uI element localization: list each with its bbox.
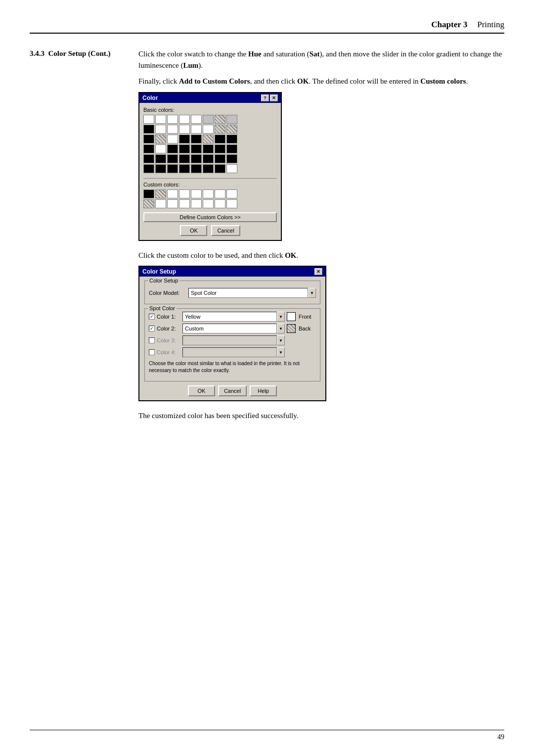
color-cell[interactable] xyxy=(203,125,214,134)
page-number: 49 xyxy=(497,733,504,741)
color-model-select[interactable]: Spot Color xyxy=(188,288,308,298)
color-cell[interactable] xyxy=(191,164,202,173)
color-1-select[interactable]: Yellow xyxy=(182,312,277,322)
color-1-checkbox[interactable]: ✓ xyxy=(149,314,155,320)
color-cell[interactable] xyxy=(226,135,237,143)
color-cell[interactable] xyxy=(179,125,190,134)
color-cell[interactable] xyxy=(215,164,225,173)
color-setup-button-row: OK Cancel Help xyxy=(144,385,320,396)
custom-color-cell[interactable] xyxy=(215,189,225,198)
color-cell[interactable] xyxy=(215,115,225,124)
color-cell[interactable] xyxy=(179,135,190,143)
custom-color-cell[interactable] xyxy=(155,189,166,198)
color-cell[interactable] xyxy=(155,154,166,163)
spot-color-group: Spot Color ✓ Color 1: Yellow ▼ xyxy=(144,308,320,381)
color-cell[interactable] xyxy=(143,144,154,153)
custom-color-cell[interactable] xyxy=(226,199,237,208)
color-3-checkbox-label: Color 3: xyxy=(149,337,182,343)
color-cell[interactable] xyxy=(143,154,154,163)
color-4-checkbox-label: Color 4: xyxy=(149,349,182,355)
color-cell[interactable] xyxy=(203,135,214,143)
color-cell[interactable] xyxy=(191,125,202,134)
color-cell[interactable] xyxy=(179,144,190,153)
color-cell[interactable] xyxy=(143,135,154,143)
color-1-swatch xyxy=(287,312,296,321)
custom-color-cell[interactable] xyxy=(155,199,166,208)
help-button[interactable]: Help xyxy=(250,385,277,396)
color-2-checkbox[interactable]: ✓ xyxy=(149,326,155,331)
color-3-row: Color 3: ▼ xyxy=(149,335,316,345)
color-cell[interactable] xyxy=(203,164,214,173)
color-cell[interactable] xyxy=(143,125,154,134)
custom-color-cell[interactable] xyxy=(203,189,214,198)
color-cell[interactable] xyxy=(226,164,237,173)
custom-color-cell[interactable] xyxy=(203,199,214,208)
cancel-button[interactable]: Cancel xyxy=(218,385,247,396)
custom-color-cell[interactable] xyxy=(167,199,178,208)
color-cell[interactable] xyxy=(155,164,166,173)
color-cell[interactable] xyxy=(155,125,166,134)
custom-color-cell[interactable] xyxy=(179,189,190,198)
color-cell[interactable] xyxy=(203,144,214,153)
color-cell[interactable] xyxy=(179,154,190,163)
color-cell[interactable] xyxy=(167,135,178,143)
color-cell[interactable] xyxy=(155,115,166,124)
define-custom-colors-button[interactable]: Define Custom Colors >> xyxy=(143,212,277,222)
basic-colors-grid xyxy=(143,115,277,173)
color-cell[interactable] xyxy=(203,115,214,124)
custom-color-cell[interactable] xyxy=(167,189,178,198)
ok-button[interactable]: OK xyxy=(188,385,215,396)
color-cell[interactable] xyxy=(143,164,154,173)
color-cell[interactable] xyxy=(167,144,178,153)
color-4-row: Color 4: ▼ xyxy=(149,347,316,357)
custom-color-cell[interactable] xyxy=(143,189,154,198)
custom-color-cell[interactable] xyxy=(191,189,202,198)
cancel-button[interactable]: Cancel xyxy=(211,225,240,236)
color-1-checkbox-label: ✓ Color 1: xyxy=(149,314,182,320)
color-2-checkbox-label: ✓ Color 2: xyxy=(149,326,182,331)
color-cell[interactable] xyxy=(155,135,166,143)
color-cell[interactable] xyxy=(191,115,202,124)
help-button[interactable]: ? xyxy=(261,94,269,101)
color-cell[interactable] xyxy=(215,135,225,143)
color-4-checkbox[interactable] xyxy=(149,349,155,355)
custom-color-cell[interactable] xyxy=(143,199,154,208)
color-2-select[interactable]: Custom xyxy=(182,324,277,333)
color-cell[interactable] xyxy=(226,144,237,153)
color-cell[interactable] xyxy=(226,125,237,134)
color-cell[interactable] xyxy=(215,125,225,134)
color-cell[interactable] xyxy=(215,144,225,153)
color-cell[interactable] xyxy=(143,115,154,124)
custom-color-cell[interactable] xyxy=(215,199,225,208)
intro-paragraph-2: Finally, click Add to Custom Colors, and… xyxy=(138,76,504,87)
color-cell[interactable] xyxy=(167,115,178,124)
color-cell[interactable] xyxy=(155,144,166,153)
custom-color-cell[interactable] xyxy=(179,199,190,208)
color-cell[interactable] xyxy=(191,144,202,153)
color-cell[interactable] xyxy=(203,154,214,163)
color-cell[interactable] xyxy=(215,154,225,163)
color-1-dropdown-arrow[interactable]: ▼ xyxy=(277,312,285,322)
custom-color-cell[interactable] xyxy=(191,199,202,208)
color-dialog-titlebar: Color ? ✕ xyxy=(139,93,281,103)
color-cell[interactable] xyxy=(191,135,202,143)
color-cell[interactable] xyxy=(226,115,237,124)
color-cell[interactable] xyxy=(167,125,178,134)
final-paragraph: The customized color has been specified … xyxy=(138,410,504,422)
color-cell[interactable] xyxy=(226,154,237,163)
color-3-checkbox[interactable] xyxy=(149,337,155,343)
color-cell[interactable] xyxy=(167,154,178,163)
close-button[interactable]: ✕ xyxy=(270,94,278,101)
close-button[interactable]: ✕ xyxy=(314,268,322,275)
color-cell[interactable] xyxy=(179,164,190,173)
color-cell[interactable] xyxy=(167,164,178,173)
ok-button[interactable]: OK xyxy=(180,225,207,236)
color-dialog-title: Color xyxy=(142,94,158,101)
color-cell[interactable] xyxy=(179,115,190,124)
hint-text: Choose the color most similar to what is… xyxy=(149,360,316,374)
color-cell[interactable] xyxy=(191,154,202,163)
color-2-dropdown-arrow[interactable]: ▼ xyxy=(277,324,285,333)
color-model-dropdown-arrow[interactable]: ▼ xyxy=(308,288,316,298)
custom-color-cell[interactable] xyxy=(226,189,237,198)
color-setup-group: Color Setup Color Model: Spot Color ▼ xyxy=(144,281,320,304)
